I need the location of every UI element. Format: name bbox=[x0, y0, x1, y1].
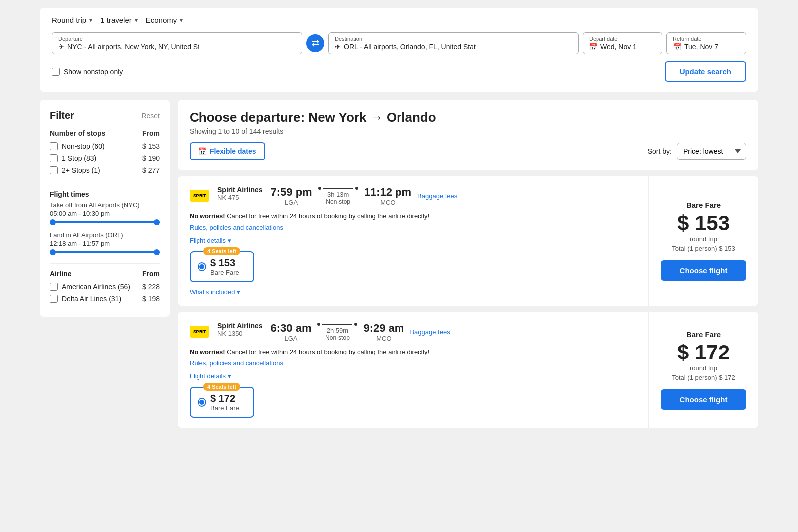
travelers-selector[interactable]: 1 traveler ▾ bbox=[100, 16, 138, 24]
airline-name: Spirit Airlines bbox=[217, 186, 263, 194]
flight-number: NK 1350 bbox=[217, 330, 263, 337]
filter-item: 1 Stop (83) $ 190 bbox=[50, 154, 160, 162]
price-total: Total (1 person) $ 172 bbox=[672, 374, 735, 381]
arrive-time: 11:12 pm bbox=[364, 186, 411, 199]
destination-value: ORL - All airports, Orlando, FL, United … bbox=[344, 43, 476, 51]
two-plus-stops-filter-checkbox[interactable] bbox=[50, 166, 58, 174]
reset-link[interactable]: Reset bbox=[141, 112, 160, 120]
land-label: Land in All Airports (ORL) bbox=[50, 231, 160, 239]
delta-airlines-price: $ 198 bbox=[142, 295, 160, 303]
flight-duration: 2h 59m Non-stop bbox=[317, 323, 357, 341]
filter-item: American Airlines (56) $ 228 bbox=[50, 283, 160, 291]
destination-field[interactable]: Destination ✈ ORL - All airports, Orland… bbox=[328, 32, 579, 54]
sort-group: Sort by: Price: lowest Price: highest Du… bbox=[648, 143, 746, 160]
land-slider[interactable] bbox=[50, 251, 160, 253]
flight-info: SPIRIT Spirit Airlines NK 475 7:59 pm LG… bbox=[178, 176, 648, 306]
bare-fare-option[interactable]: 4 Seats left $ 172 Bare Fare bbox=[190, 387, 254, 418]
choose-flight-button[interactable]: Choose flight bbox=[661, 389, 746, 410]
spirit-logo-icon: SPIRIT bbox=[190, 190, 209, 202]
return-date-label: Return date bbox=[673, 36, 740, 42]
fare-name: Bare Fare bbox=[210, 404, 239, 412]
duration-text: 3h 13m bbox=[318, 191, 358, 198]
airline-details: Spirit Airlines NK 1350 bbox=[217, 322, 263, 337]
trip-type-selector[interactable]: Round trip ▾ bbox=[52, 16, 92, 24]
sort-select[interactable]: Price: lowest Price: highest Duration De… bbox=[677, 143, 746, 160]
flexible-dates-button[interactable]: 📅 Flexible dates bbox=[190, 142, 265, 160]
flight-times-filter: Flight times Take off from All Airports … bbox=[50, 190, 160, 253]
price-panel: Bare Fare $ 153 round trip Total (1 pers… bbox=[648, 176, 758, 306]
return-date-field[interactable]: Return date 📅 Tue, Nov 7 bbox=[666, 32, 746, 54]
delta-airlines-checkbox[interactable] bbox=[50, 295, 58, 303]
swap-button[interactable]: ⇄ bbox=[306, 34, 324, 52]
flight-info: SPIRIT Spirit Airlines NK 1350 6:30 am L… bbox=[178, 312, 648, 428]
chevron-down-icon: ▾ bbox=[228, 372, 231, 380]
one-stop-price: $ 190 bbox=[142, 154, 160, 162]
one-stop-filter-checkbox[interactable] bbox=[50, 154, 58, 162]
arrive-time: 9:29 am bbox=[363, 322, 404, 335]
arrive-airport: MCO bbox=[364, 199, 411, 206]
depart-date-field[interactable]: Depart date 📅 Wed, Nov 1 bbox=[583, 32, 662, 54]
swap-icon: ⇄ bbox=[312, 38, 319, 49]
departure-icon: ✈ bbox=[58, 43, 64, 51]
nonstop-filter-checkbox[interactable] bbox=[50, 142, 58, 150]
stops-filter: Number of stops From Non-stop (60) $ 153… bbox=[50, 129, 160, 174]
bare-fare-option[interactable]: 4 Seats left $ 153 Bare Fare bbox=[190, 251, 254, 282]
seats-badge: 4 Seats left bbox=[203, 247, 240, 255]
price-fare-type: Bare Fare bbox=[686, 201, 721, 209]
cancel-notice: No worries! Cancel for free within 24 ho… bbox=[190, 348, 636, 355]
duration-text: 2h 59m bbox=[317, 327, 357, 334]
american-airlines-label: American Airlines (56) bbox=[62, 283, 130, 291]
cabin-selector[interactable]: Economy ▾ bbox=[146, 16, 183, 24]
results-count: Showing 1 to 10 of 144 results bbox=[190, 127, 746, 135]
fare-price: $ 172 bbox=[210, 393, 239, 404]
cabin-chevron: ▾ bbox=[180, 17, 183, 24]
nonstop-checkbox-label[interactable]: Show nonstop only bbox=[52, 68, 123, 76]
flight-times-title: Flight times bbox=[50, 190, 160, 198]
airline-name: Spirit Airlines bbox=[217, 322, 263, 330]
baggage-fees-link[interactable]: Baggage fees bbox=[410, 328, 450, 336]
departure-field[interactable]: Departure ✈ NYC - All airports, New York… bbox=[52, 32, 302, 54]
flight-card: SPIRIT Spirit Airlines NK 475 7:59 pm LG… bbox=[178, 176, 758, 306]
cabin-label: Economy bbox=[146, 16, 177, 24]
airline-logo: SPIRIT bbox=[190, 322, 209, 342]
takeoff-label: Take off from All Airports (NYC) bbox=[50, 201, 160, 209]
trip-type-label: Round trip bbox=[52, 16, 86, 24]
price-amount: $ 153 bbox=[677, 211, 730, 235]
departure-label: Departure bbox=[58, 36, 296, 42]
flight-card: SPIRIT Spirit Airlines NK 1350 6:30 am L… bbox=[178, 312, 758, 428]
price-total: Total (1 person) $ 153 bbox=[672, 245, 735, 252]
spirit-logo-icon: SPIRIT bbox=[190, 326, 209, 338]
airline-logo: SPIRIT bbox=[190, 186, 209, 206]
flight-details-button[interactable]: Flight details ▾ bbox=[190, 372, 231, 380]
rules-link[interactable]: Rules, policies and cancellations bbox=[190, 359, 636, 367]
radio-icon bbox=[198, 262, 206, 271]
baggage-fees-link[interactable]: Baggage fees bbox=[417, 192, 457, 200]
calendar-flexible-icon: 📅 bbox=[199, 147, 207, 155]
airline-from-label: From bbox=[142, 270, 160, 278]
stops-text: Non-stop bbox=[317, 334, 357, 341]
one-stop-filter-label: 1 Stop (83) bbox=[62, 154, 96, 162]
nonstop-checkbox[interactable] bbox=[52, 68, 60, 76]
price-round-trip: round trip bbox=[690, 364, 717, 372]
fare-price: $ 153 bbox=[210, 257, 239, 269]
two-plus-stops-price: $ 277 bbox=[142, 166, 160, 174]
choose-flight-label: Choose flight bbox=[680, 395, 728, 404]
price-amount: $ 172 bbox=[677, 341, 730, 364]
rules-link[interactable]: Rules, policies and cancellations bbox=[190, 224, 636, 231]
airline-details: Spirit Airlines NK 475 bbox=[217, 186, 263, 201]
takeoff-slider[interactable] bbox=[50, 221, 160, 223]
destination-icon: ✈ bbox=[335, 43, 341, 51]
american-airlines-checkbox[interactable] bbox=[50, 283, 58, 291]
flight-details-button[interactable]: Flight details ▾ bbox=[190, 237, 231, 244]
stops-text: Non-stop bbox=[318, 198, 358, 205]
nonstop-price: $ 153 bbox=[142, 142, 160, 150]
filter-sidebar: Filter Reset Number of stops From Non-st… bbox=[40, 100, 170, 317]
fare-name: Bare Fare bbox=[210, 269, 239, 276]
update-search-button[interactable]: Update search bbox=[665, 61, 746, 82]
stops-from-label: From bbox=[142, 129, 160, 137]
search-bar: Round trip ▾ 1 traveler ▾ Economy ▾ Depa… bbox=[40, 8, 758, 92]
whats-included-button[interactable]: What's included ▾ bbox=[190, 288, 240, 296]
update-search-label: Update search bbox=[680, 67, 731, 76]
choose-flight-button[interactable]: Choose flight bbox=[661, 260, 746, 281]
whats-included-label: What's included bbox=[190, 288, 235, 296]
